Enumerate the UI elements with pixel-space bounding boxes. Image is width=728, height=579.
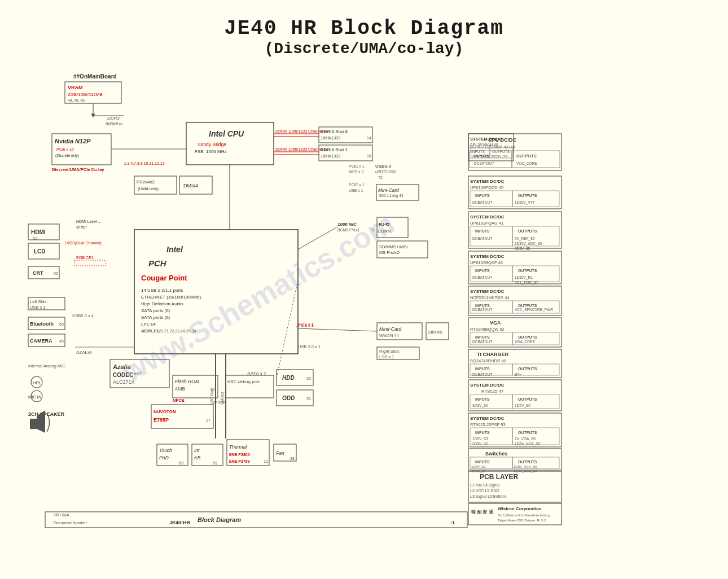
svg-text:Azalia: Azalia [112,363,131,370]
svg-text:L1:Top    L4:Signal: L1:Top L4:Signal [470,483,500,488]
svg-text:INPUTS: INPUTS [475,194,490,198]
svg-text:1D5V_VGA_S0: 1D5V_VGA_S0 [514,465,537,468]
svg-text:VGA: VGA [490,320,501,326]
svg-text:OUTPUTS: OUTPUTS [518,460,537,464]
svg-text:OUTPUTS: OUTPUTS [518,431,537,435]
svg-text:VCC_SPKCORE_PWR: VCC_SPKCORE_PWR [515,308,553,312]
svg-text:MiniI-Card: MiniI-Card [379,326,401,332]
title-section: JE40 HR Block Diagram (Discrete/UMA/co-l… [224,17,504,58]
svg-text:VGA_CORE: VGA_CORE [515,340,536,344]
svg-text:HDD: HDD [282,375,295,381]
svg-text:INPUTS: INPUTS [475,335,490,339]
svg-text:DCBATOUT: DCBATOUT [472,236,492,240]
page-container: JE40 HR Block Diagram (Discrete/UMA/co-l… [0,0,728,579]
title-main: JE40 HR Block Diagram [224,17,504,40]
svg-text:DCBATOUT: DCBATOUT [472,275,492,279]
svg-text:17,18,19,20,21,22,23,24,25,34: 17,18,19,20,21,22,23,24,25,34 [142,329,196,333]
svg-text:Right Side:: Right Side: [379,349,400,354]
svg-text:WWAN 44: WWAN 44 [379,333,399,338]
svg-text:DDR3: DDR3 [107,116,120,121]
svg-text:TI CHARGER: TI CHARGER [477,352,509,357]
svg-text:1V_VGA_S0: 1V_VGA_S0 [515,437,536,441]
svg-text:INPUTS: INPUTS [475,367,490,371]
svg-text:MSS x 2: MSS x 2 [349,170,364,174]
svg-text:VOC_CORE: VOC_CORE [516,161,537,166]
svg-text:5V_REF_85: 5V_REF_85 [515,236,535,241]
svg-text:韓 創 資 通: 韓 創 資 通 [471,509,494,515]
svg-text:1D5V_S0: 1D5V_S0 [515,403,530,408]
svg-text:802.11abg 44: 802.11abg 44 [379,194,404,198]
svg-text:ENE P2793: ENE P2793 [229,459,250,463]
svg-text:NPCE: NPCE [173,398,185,403]
svg-text:DMIx4: DMIx4 [183,183,198,188]
svg-text:##OnMainBoard: ##OnMainBoard [73,73,117,80]
svg-text:3D3V_85: 3D3V_85 [515,247,530,251]
svg-rect-0 [11,66,717,529]
svg-text:1066/1333: 1066/1333 [321,153,340,159]
svg-text:DDRIII  Slot 0: DDRIII Slot 0 [321,129,348,134]
svg-text:SD/MMC+/MS/: SD/MMC+/MS/ [379,244,408,249]
svg-text:800MHz: 800MHz [106,121,123,126]
svg-text:INPUTS: INPUTS [475,431,490,435]
svg-text:SATA x 2: SATA x 2 [247,371,266,376]
svg-text:51: 51 [213,461,218,465]
svg-text:31: 31 [371,228,376,232]
svg-text:(UMA only): (UMA only) [138,186,159,191]
svg-text:BQ24745RHDR    40: BQ24745RHDR 40 [470,358,506,363]
svg-text:SYSTEM DC/DC: SYSTEM DC/DC [470,289,505,294]
svg-text:MIC IN: MIC IN [28,394,41,400]
svg-text:APL5916KAI  48: APL5916KAI 48 [470,143,498,147]
svg-text:SATA ports (6): SATA ports (6) [141,308,170,313]
svg-text:DCBATOUT: DCBATOUT [472,200,492,204]
svg-text:PAD: PAD [159,455,169,460]
svg-text:SYSTEM DC/DC: SYSTEM DC/DC [470,137,502,142]
svg-text:NUVOTON: NUVOTON [154,409,176,414]
svg-text:CRT: CRT [33,270,43,276]
svg-text:SYSTEM DC/DC: SYSTEM DC/DC [470,214,505,220]
svg-text:-1: -1 [450,520,455,525]
svg-text:Discreet/UMA/PCIe Co-lay: Discreet/UMA/PCIe Co-lay [52,167,104,172]
svg-text:LCD: LCD [34,248,46,255]
svg-text:DCBATOUT: DCBATOUT [474,161,494,165]
svg-text:LPC I/F: LPC I/F [141,322,156,327]
svg-text:OUTPUTS: OUTPUTS [518,367,537,371]
svg-text:RT8208BQQW    92: RT8208BQQW 92 [470,327,505,332]
svg-text:Left Side:: Left Side: [30,299,48,304]
svg-text:Taipei Hsien 333, Taiwan, R.O.: Taipei Hsien 333, Taiwan, R.O.C. [498,519,547,522]
svg-text:NCP5911MKTBG    44: NCP5911MKTBG 44 [470,295,510,300]
svg-rect-104 [30,419,37,429]
svg-text:Internal Analog MIC: Internal Analog MIC [28,363,65,369]
svg-text:SATA ports (6): SATA ports (6) [141,315,170,320]
svg-text:x,3,4,7,8,9,10,11,12,13: x,3,4,7,8,9,10,11,12,13 [124,161,165,165]
svg-text:High Definition Audio: High Definition Audio [141,301,183,306]
svg-text:50: 50 [54,271,58,275]
svg-text:No.1,Wistron Rd.,Gueishan Hsia: No.1,Wistron Rd.,Gueishan Hsiang, [498,514,551,517]
svg-text:E795P: E795P [154,417,169,423]
svg-text:KBC: KBC [134,372,142,376]
svg-text:DDRIII  Slot 1: DDRIII Slot 1 [321,147,348,152]
svg-text:CAMERA: CAMERA [30,338,52,344]
svg-text:SYSTEM DC/DC: SYSTEM DC/DC [470,383,505,388]
svg-text:INPUTS: INPUTS [475,304,490,308]
svg-text:USB2.0 x 4: USB2.0 x 4 [72,313,94,318]
svg-text:1D85V_VTT: 1D85V_VTT [515,200,535,205]
svg-text:HPI: HPI [33,380,40,385]
svg-text:5D85V_5O: 5D85V_5O [491,155,508,158]
svg-text:UP6183PQAG    41: UP6183PQAG 41 [470,221,503,226]
svg-text:1D85V_ADC_85: 1D85V_ADC_85 [515,242,542,246]
svg-text:HR UMA: HR UMA [54,513,69,517]
svg-text:1066/1333: 1066/1333 [321,135,340,141]
svg-text:CODEC: CODEC [113,372,133,378]
svg-text:VRAM: VRAM [68,85,83,90]
svg-text:Thermal: Thermal [229,444,247,450]
svg-text:3D3V_S0: 3D3V_S0 [472,442,488,446]
svg-text:USB x 1: USB x 1 [349,188,363,192]
svg-text:FSB: 1066 MHz: FSB: 1066 MHz [195,149,226,154]
svg-text:INPUTS: INPUTS [475,229,490,233]
svg-text:2CH SPEAKER: 2CH SPEAKER [28,411,65,417]
svg-text:31: 31 [306,397,311,401]
svg-text:DCBATOUT: DCBATOUT [472,308,492,312]
svg-text:AZALIA: AZALIA [76,350,92,355]
svg-text:1D8V_VGA_S0: 1D8V_VGA_S0 [515,442,541,446]
svg-text:Block Diagram: Block Diagram [198,516,241,523]
